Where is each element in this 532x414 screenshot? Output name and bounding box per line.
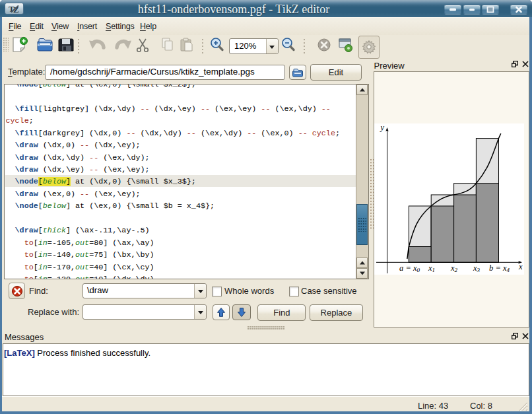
svg-text:x2: x2 — [450, 263, 458, 273]
svg-text:a = x0: a = x0 — [399, 263, 420, 273]
svg-text:y: y — [380, 123, 385, 132]
svg-text:x: x — [518, 262, 523, 271]
svg-text:x3: x3 — [473, 263, 481, 273]
svg-text:b = x4: b = x4 — [489, 263, 510, 273]
svg-text:x1: x1 — [428, 263, 435, 273]
